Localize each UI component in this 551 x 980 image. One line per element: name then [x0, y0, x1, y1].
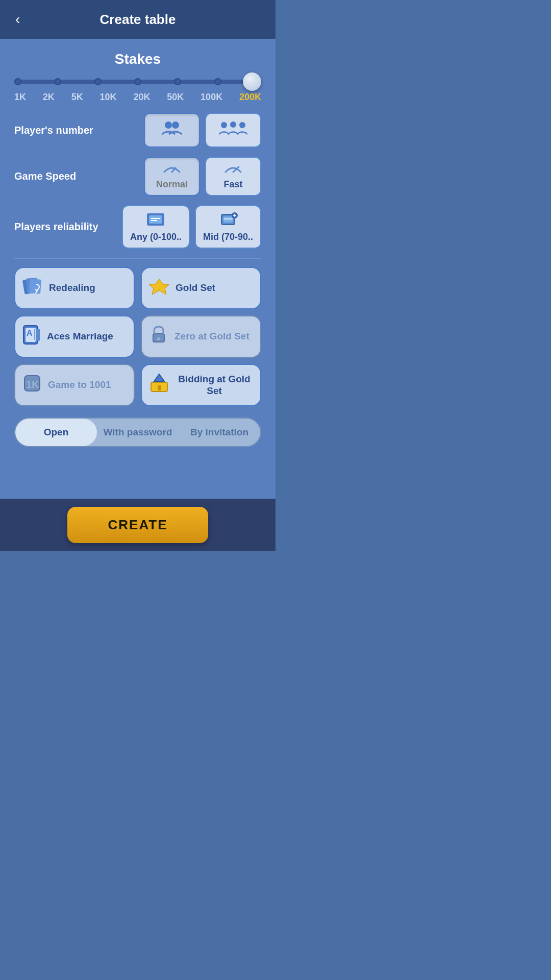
aces-marriage-button[interactable]: A Aces Marriage	[14, 315, 135, 358]
svg-marker-20	[149, 279, 169, 295]
speed-fast-icon	[223, 163, 243, 177]
slider-dot-50k	[214, 78, 221, 85]
zero-gold-set-button[interactable]: Zero at Gold Set	[141, 315, 261, 358]
access-toggle: Open With password By invitation	[14, 418, 261, 447]
stake-label-10k: 10K	[100, 92, 117, 103]
features-grid: Redealing Gold Set A Aces M	[14, 267, 261, 406]
slider-thumb[interactable]	[243, 72, 261, 91]
slider-dot-5k	[94, 78, 102, 85]
slider-track	[14, 80, 261, 84]
game-to-1001-label: Game to 1001	[48, 379, 111, 391]
slider-dot-1k	[14, 78, 21, 85]
svg-marker-31	[154, 374, 164, 381]
game-to-1001-button[interactable]: 1K Game to 1001	[14, 364, 135, 406]
aces-marriage-label: Aces Marriage	[47, 331, 113, 342]
stakes-slider[interactable]	[14, 76, 261, 88]
stake-label-200k: 200K	[239, 92, 261, 103]
slider-dot-20k	[174, 78, 181, 85]
stakes-title: Stakes	[14, 51, 261, 67]
page-title: Create table	[100, 12, 176, 28]
slider-labels: 1K 2K 5K 10K 20K 50K 100K 200K	[14, 92, 261, 103]
aces-marriage-icon: A	[22, 325, 41, 349]
redealing-label: Redealing	[49, 282, 95, 294]
speed-normal-button[interactable]: Normal	[144, 157, 200, 196]
players-number-row: Player's number	[14, 113, 261, 148]
gold-set-button[interactable]: Gold Set	[141, 267, 261, 309]
speed-normal-icon	[162, 163, 182, 177]
reliability-any-label: Any (0-100..	[130, 232, 182, 242]
stake-label-50k: 50K	[167, 92, 184, 103]
svg-point-1	[172, 121, 179, 129]
slider-dot-10k	[134, 78, 141, 85]
three-players-icon	[219, 120, 247, 138]
speed-fast-button[interactable]: Fast	[205, 157, 261, 196]
back-button[interactable]: ‹	[10, 9, 25, 30]
two-players-icon	[162, 120, 182, 138]
gold-set-icon	[149, 277, 169, 299]
bidding-gold-set-icon	[149, 373, 169, 397]
players-reliability-label: Players reliability	[14, 221, 122, 233]
access-invitation-button[interactable]: By invitation	[179, 419, 260, 446]
game-speed-group: Normal Fast	[144, 157, 261, 196]
svg-point-4	[239, 122, 245, 128]
reliability-mid-icon	[218, 211, 238, 230]
players-3-button[interactable]	[205, 113, 261, 148]
zero-gold-set-label: Zero at Gold Set	[174, 331, 249, 342]
create-button[interactable]: CREATE	[67, 507, 209, 543]
stake-label-5k: 5K	[71, 92, 83, 103]
players-2-button[interactable]	[144, 113, 200, 148]
main-content: Stakes 1K 2K 5K 10K 20K 50K 100K 200K Pl	[0, 39, 276, 499]
svg-text:A: A	[27, 329, 33, 337]
redealing-button[interactable]: Redealing	[14, 267, 135, 309]
reliability-any-icon	[146, 211, 165, 230]
stake-label-1k: 1K	[14, 92, 26, 103]
game-speed-row: Game Speed Normal Fast	[14, 157, 261, 196]
zero-gold-set-icon	[149, 325, 168, 349]
stake-label-100k: 100K	[201, 92, 222, 103]
bottom-bar: CREATE	[0, 499, 276, 551]
speed-fast-label: Fast	[223, 179, 242, 190]
reliability-any-button[interactable]: Any (0-100..	[122, 205, 190, 249]
game-speed-label: Game Speed	[14, 170, 144, 182]
svg-rect-8	[149, 215, 162, 224]
redealing-icon	[22, 276, 43, 300]
svg-point-0	[165, 121, 172, 129]
svg-rect-25	[36, 329, 40, 341]
stake-label-2k: 2K	[43, 92, 55, 103]
access-password-button[interactable]: With password	[97, 419, 179, 446]
svg-point-27	[157, 337, 160, 340]
header: ‹ Create table	[0, 0, 276, 39]
players-number-label: Player's number	[14, 125, 144, 136]
slider-dot-2k	[54, 78, 61, 85]
slider-dots	[14, 78, 261, 85]
svg-rect-12	[223, 216, 233, 223]
divider-1	[14, 258, 261, 259]
speed-normal-label: Normal	[156, 179, 188, 190]
players-number-group	[144, 113, 261, 148]
game-to-1001-icon: 1K	[22, 374, 42, 397]
players-reliability-group: Any (0-100.. Mid (70-90..	[122, 205, 261, 249]
access-open-button[interactable]: Open	[15, 419, 97, 446]
svg-text:1K: 1K	[26, 379, 39, 390]
svg-rect-32	[158, 385, 161, 390]
svg-point-2	[221, 122, 227, 128]
stake-label-20k: 20K	[133, 92, 150, 103]
bidding-gold-set-label: Bidding at Gold Set	[176, 374, 253, 397]
players-reliability-row: Players reliability Any (0-100..	[14, 205, 261, 249]
reliability-mid-label: Mid (70-90..	[203, 232, 253, 242]
gold-set-label: Gold Set	[176, 282, 215, 294]
bidding-gold-set-button[interactable]: Bidding at Gold Set	[141, 364, 261, 406]
reliability-mid-button[interactable]: Mid (70-90..	[195, 205, 261, 249]
svg-point-3	[230, 121, 236, 128]
